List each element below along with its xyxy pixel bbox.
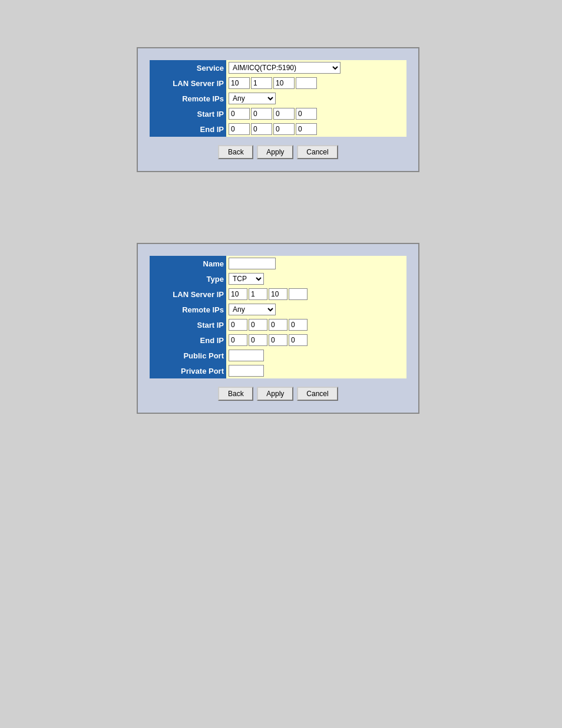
form-table-1: Service AIM/ICQ(TCP:5190) HTTP(TCP:80) F… (150, 60, 406, 137)
table-row: End IP (150, 121, 406, 137)
end2-ip-octet2[interactable] (249, 334, 267, 346)
private-port-label: Private Port (150, 363, 226, 378)
remote-ips-label: Remote IPs (150, 91, 226, 106)
back-button-1[interactable]: Back (218, 145, 253, 159)
lan-ip-octet4[interactable] (296, 77, 317, 89)
service-value-cell: AIM/ICQ(TCP:5190) HTTP(TCP:80) FTP(TCP:2… (226, 60, 406, 75)
back-button-2[interactable]: Back (218, 387, 253, 401)
type-label: Type (150, 271, 226, 286)
start-ip-octet1[interactable] (229, 108, 250, 120)
lan2-ip-octet2[interactable] (249, 288, 267, 300)
end2-ip-octet4[interactable] (289, 334, 308, 346)
table-row: Start IP (150, 317, 406, 332)
private-port-cell (226, 363, 406, 378)
public-port-label: Public Port (150, 348, 226, 363)
type-cell: TCP UDP Both (226, 271, 406, 286)
lan-ip-octet2[interactable] (251, 77, 272, 89)
end-ip-octet3[interactable] (273, 123, 295, 135)
remote-ips-cell-2: Any Single IP IP Range (226, 302, 406, 317)
start2-ip-octet1[interactable] (229, 319, 247, 331)
panel1-button-row: Back Apply Cancel (150, 145, 406, 159)
remote-ips-cell: Any Single IP IP Range (226, 91, 406, 106)
start-ip-octet2[interactable] (251, 108, 272, 120)
end-ip-label-2: End IP (150, 332, 226, 348)
start2-ip-octet2[interactable] (249, 319, 267, 331)
lan2-ip-octet3[interactable] (269, 288, 287, 300)
end-ip-octet1[interactable] (229, 123, 250, 135)
start-ip-octet4[interactable] (296, 108, 317, 120)
panel2-button-row: Back Apply Cancel (150, 387, 406, 401)
remote-ips-select[interactable]: Any Single IP IP Range (229, 93, 276, 104)
type-select[interactable]: TCP UDP Both (229, 273, 264, 285)
table-row: LAN Server IP (150, 286, 406, 302)
form-table-2: Name Type TCP UDP Both (150, 256, 406, 378)
start2-ip-octet3[interactable] (269, 319, 287, 331)
end-ip-cell-2 (226, 332, 406, 348)
name-cell (226, 256, 406, 271)
end-ip-cell (226, 121, 406, 137)
start-ip-cell (226, 106, 406, 121)
service-select[interactable]: AIM/ICQ(TCP:5190) HTTP(TCP:80) FTP(TCP:2… (229, 62, 340, 74)
end-ip-octet2[interactable] (251, 123, 272, 135)
lan-ip-octet3[interactable] (273, 77, 295, 89)
table-row: Private Port (150, 363, 406, 378)
lan-server-ip-cell-2 (226, 286, 406, 302)
table-row: Type TCP UDP Both (150, 271, 406, 286)
start-ip-label: Start IP (150, 106, 226, 121)
lan-server-ip-label-2: LAN Server IP (150, 286, 226, 302)
table-row: Public Port (150, 348, 406, 363)
panel2: Name Type TCP UDP Both (137, 243, 425, 437)
lan2-ip-octet1[interactable] (229, 288, 247, 300)
public-port-cell (226, 348, 406, 363)
public-port-input[interactable] (229, 350, 264, 361)
panel1: Service AIM/ICQ(TCP:5190) HTTP(TCP:80) F… (137, 47, 425, 196)
start2-ip-octet4[interactable] (289, 319, 308, 331)
table-row: LAN Server IP (150, 75, 406, 91)
table-row: Start IP (150, 106, 406, 121)
cancel-button-1[interactable]: Cancel (297, 145, 338, 159)
end2-ip-octet1[interactable] (229, 334, 247, 346)
lan-server-ip-cell (226, 75, 406, 91)
apply-button-2[interactable]: Apply (257, 387, 293, 401)
start-ip-cell-2 (226, 317, 406, 332)
end-ip-octet4[interactable] (296, 123, 317, 135)
remote-ips-select-2[interactable]: Any Single IP IP Range (229, 304, 276, 315)
apply-button-1[interactable]: Apply (257, 145, 293, 159)
remote-ips-label-2: Remote IPs (150, 302, 226, 317)
table-row: Remote IPs Any Single IP IP Range (150, 302, 406, 317)
start-ip-label-2: Start IP (150, 317, 226, 332)
name-label: Name (150, 256, 226, 271)
table-row: Service AIM/ICQ(TCP:5190) HTTP(TCP:80) F… (150, 60, 406, 75)
end2-ip-octet3[interactable] (269, 334, 287, 346)
table-row: Remote IPs Any Single IP IP Range (150, 91, 406, 106)
start-ip-octet3[interactable] (273, 108, 295, 120)
table-row: Name (150, 256, 406, 271)
service-label: Service (150, 60, 226, 75)
private-port-input[interactable] (229, 365, 264, 377)
cancel-button-2[interactable]: Cancel (297, 387, 338, 401)
name-input[interactable] (229, 258, 276, 269)
lan-server-ip-label: LAN Server IP (150, 75, 226, 91)
lan2-ip-octet4[interactable] (289, 288, 308, 300)
table-row: End IP (150, 332, 406, 348)
end-ip-label: End IP (150, 121, 226, 137)
lan-ip-octet1[interactable] (229, 77, 250, 89)
